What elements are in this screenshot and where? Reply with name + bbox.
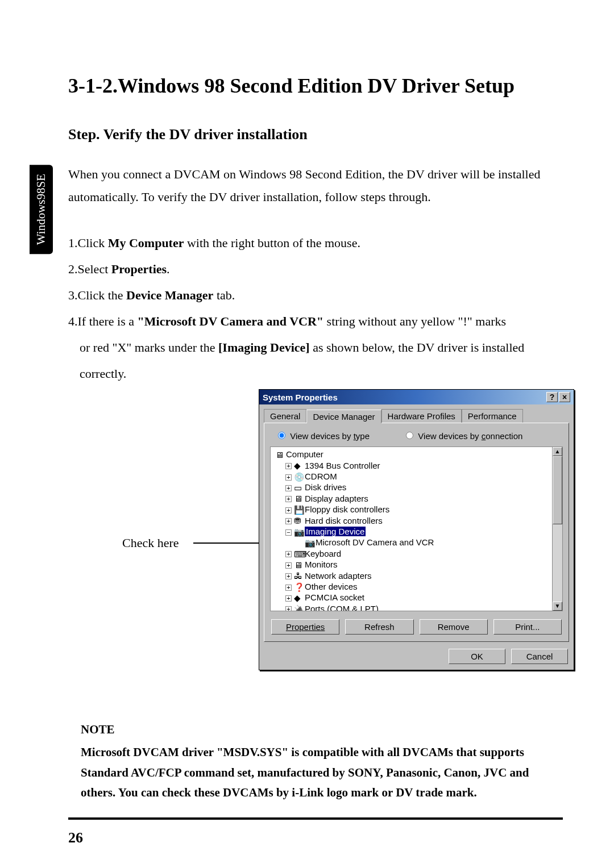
refresh-button[interactable]: Refresh xyxy=(345,619,413,635)
tree-1394-label: 1394 Bus Controller xyxy=(305,461,380,470)
radio-by-type-input[interactable] xyxy=(278,432,285,439)
tree-floppy[interactable]: +💾Floppy disk controllers xyxy=(272,504,561,515)
radio-by-connection[interactable]: View devices by connection xyxy=(406,431,522,441)
expander-icon[interactable]: − xyxy=(285,529,292,536)
imaging-icon: 📷 xyxy=(294,527,302,538)
tab-performance[interactable]: Performance xyxy=(462,409,523,423)
note-title: NOTE xyxy=(81,720,563,740)
dialog-buttons: OK Cancel xyxy=(259,646,574,670)
expander-icon[interactable]: + xyxy=(285,463,292,469)
tree-1394[interactable]: +◆1394 Bus Controller xyxy=(272,461,561,471)
step-subtitle: Step. Verify the DV driver installation xyxy=(68,126,563,143)
check-here-label: Check here xyxy=(122,536,179,550)
radio-by-type[interactable]: View devices by type xyxy=(278,431,370,441)
tab-hardware-profiles[interactable]: Hardware Profiles xyxy=(381,409,462,423)
print-button-label: Print... xyxy=(515,622,540,632)
tree-floppy-label: Floppy disk controllers xyxy=(305,504,389,514)
step-4-l2-pre: or red "X" marks under the xyxy=(80,340,218,354)
step-3-bold: Device Manager xyxy=(126,288,213,302)
tree-dvcam[interactable]: 📷Microsoft DV Camera and VCR xyxy=(272,537,561,548)
scrollbar[interactable]: ▲ ▼ xyxy=(552,447,562,611)
tree-computer[interactable]: 🖥Computer xyxy=(272,449,561,460)
tree-other[interactable]: +❓Other devices xyxy=(272,582,561,592)
titlebar-buttons: ? × xyxy=(546,392,570,402)
radio-by-connection-input[interactable] xyxy=(406,432,413,439)
tab-general[interactable]: General xyxy=(264,409,306,423)
controller-icon: ◆ xyxy=(294,461,302,471)
help-button[interactable]: ? xyxy=(546,392,558,402)
cdrom-icon: 💿 xyxy=(294,472,302,483)
page: Windows98SE 3-1-2.Windows 98 Second Edit… xyxy=(0,0,614,832)
scroll-thumb[interactable] xyxy=(553,456,562,524)
step-1-pre: 1.Click xyxy=(68,236,108,250)
keyboard-icon: ⌨ xyxy=(294,549,302,560)
network-icon: 🖧 xyxy=(294,571,302,582)
tree-ports-label: Ports (COM & LPT) xyxy=(305,604,379,611)
display-icon: 🖥 xyxy=(294,494,302,504)
titlebar: System Properties ? × xyxy=(259,390,574,404)
step-1-bold: My Computer xyxy=(108,236,184,250)
tree-network-label: Network adapters xyxy=(305,571,372,581)
tree-hdd[interactable]: +⛃Hard disk controllers xyxy=(272,516,561,527)
floppy-icon: 💾 xyxy=(294,505,302,516)
close-button[interactable]: × xyxy=(559,392,570,402)
screenshot-area: Check here System Properties ? × General… xyxy=(68,389,563,713)
tree-display-label: Display adapters xyxy=(305,494,368,503)
tree-other-label: Other devices xyxy=(305,582,358,591)
cancel-button[interactable]: Cancel xyxy=(511,649,568,664)
scroll-up-icon[interactable]: ▲ xyxy=(553,447,562,456)
disk-icon: ▭ xyxy=(294,483,302,494)
computer-icon: 🖥 xyxy=(275,450,284,461)
expander-icon[interactable]: + xyxy=(285,507,292,514)
expander-icon[interactable]: + xyxy=(285,585,292,591)
expander-icon[interactable]: + xyxy=(285,595,292,602)
device-tree[interactable]: 🖥Computer +◆1394 Bus Controller +💿CDROM … xyxy=(270,446,563,611)
tree-hdd-label: Hard disk controllers xyxy=(305,516,383,525)
ports-icon: 🔌 xyxy=(294,604,302,612)
tree-keyboard[interactable]: +⌨Keyboard xyxy=(272,549,561,560)
expander-icon[interactable]: + xyxy=(285,485,292,491)
step-3-post: tab. xyxy=(213,288,235,302)
tree-monitors[interactable]: +🖥Monitors xyxy=(272,560,561,570)
tree-display[interactable]: +🖥Display adapters xyxy=(272,494,561,504)
tree-network[interactable]: +🖧Network adapters xyxy=(272,571,561,582)
radio-row: View devices by type View devices by con… xyxy=(270,430,563,446)
tree-disk[interactable]: +▭Disk drives xyxy=(272,482,561,493)
step-4-line1: 4.If there is a "Microsoft DV Camera and… xyxy=(68,309,563,334)
note-body: Microsoft DVCAM driver "MSDV.SYS" is com… xyxy=(81,742,563,803)
step-4-l2-post: as shown below, the DV driver is install… xyxy=(310,340,525,354)
expander-icon[interactable]: + xyxy=(285,474,292,481)
expander-icon[interactable]: + xyxy=(285,606,292,611)
step-4-pre: 4.If there is a xyxy=(68,314,138,328)
tab-device-manager[interactable]: Device Manager xyxy=(306,410,381,423)
remove-button[interactable]: Remove xyxy=(420,619,488,635)
page-number: 26 xyxy=(68,829,83,846)
expander-icon[interactable]: + xyxy=(285,562,292,569)
remove-button-label: Remove xyxy=(438,622,470,632)
tree-dvcam-label: Microsoft DV Camera and VCR xyxy=(316,537,434,547)
refresh-button-label: Refresh xyxy=(364,622,395,632)
expander-icon[interactable]: + xyxy=(285,496,292,502)
tabs: General Device Manager Hardware Profiles… xyxy=(259,404,574,423)
tree-cdrom[interactable]: +💿CDROM xyxy=(272,471,561,482)
ok-button[interactable]: OK xyxy=(449,649,505,664)
step-4-post: string without any yellow "!" marks xyxy=(323,314,506,328)
scroll-down-icon[interactable]: ▼ xyxy=(553,602,562,611)
step-4-line2: or red "X" marks under the [Imaging Devi… xyxy=(68,335,563,360)
tree-pcmcia[interactable]: +◆PCMCIA socket xyxy=(272,592,561,603)
tree-ports[interactable]: +🔌Ports (COM & LPT) xyxy=(272,604,561,611)
tree-cdrom-label: CDROM xyxy=(305,471,337,481)
tree-pcmcia-label: PCMCIA socket xyxy=(305,592,364,602)
radio-by-conn-label-pre: View devices by xyxy=(418,431,481,441)
expander-icon[interactable]: + xyxy=(285,518,292,524)
print-button[interactable]: Print... xyxy=(493,619,562,635)
tree-imaging[interactable]: −📷Imaging Device xyxy=(272,527,561,537)
note-block: NOTE Microsoft DVCAM driver "MSDV.SYS" i… xyxy=(68,720,563,803)
radio-by-type-label-pre: View devices by xyxy=(290,431,353,441)
properties-button[interactable]: Properties xyxy=(271,619,339,635)
tab-body: View devices by type View devices by con… xyxy=(264,423,569,642)
expander-icon[interactable]: + xyxy=(285,573,292,579)
step-1: 1.Click My Computer with the right butto… xyxy=(68,231,563,256)
expander-icon[interactable]: + xyxy=(285,551,292,557)
monitor-icon: 🖥 xyxy=(294,560,302,571)
